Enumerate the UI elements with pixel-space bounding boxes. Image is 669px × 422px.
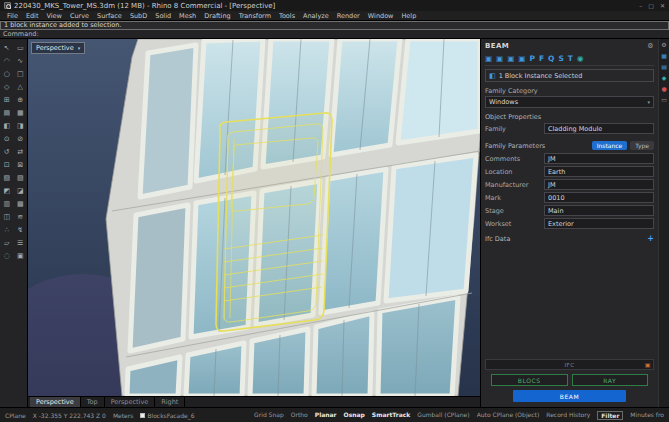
menu-item-analyze[interactable]: Analyze (299, 11, 333, 21)
add-ifc-button[interactable]: + (647, 235, 654, 243)
view-tab-perspective-0[interactable]: Perspective (30, 397, 81, 407)
panel-gray-icon[interactable]: ▭ (661, 97, 667, 103)
panel-blue-icon[interactable]: ▦ (661, 53, 667, 59)
status-toggle-filter[interactable]: Filter (597, 411, 623, 420)
family-category-select[interactable]: Windows ▾ (485, 96, 654, 108)
panel-red-icon[interactable]: ● (661, 86, 666, 92)
toolbar-icon-1[interactable]: ↖ (0, 41, 14, 54)
gear-icon[interactable]: ⚙ (647, 42, 654, 50)
folder-icon[interactable]: ▣ (518, 54, 525, 63)
command-prompt[interactable]: Command: (0, 30, 669, 39)
menu-item-subd[interactable]: SubD (126, 11, 151, 21)
menu-item-help[interactable]: Help (397, 11, 420, 21)
ray-button[interactable]: RAY (572, 374, 649, 386)
param-input-mark[interactable]: 0010 (544, 192, 654, 203)
toolbar-icon-20[interactable]: ⊠ (14, 158, 28, 171)
toolbar-icon-29[interactable]: ∴ (0, 223, 14, 236)
circle-icon[interactable]: ◉ (577, 54, 584, 63)
menu-item-edit[interactable]: Edit (22, 11, 43, 21)
toolbar-icon-7[interactable]: ◇ (0, 80, 14, 93)
param-input-manufacturer[interactable]: JM (544, 179, 654, 190)
toolbar-icon-14[interactable]: ◨ (14, 119, 28, 132)
toolbar-icon-6[interactable]: □ (14, 67, 28, 80)
toolbar-icon-11[interactable]: ▤ (0, 106, 14, 119)
units-label[interactable]: Meters (113, 412, 134, 419)
status-toggle-auto-cplane-object[interactable]: Auto CPlane (Object) (477, 411, 540, 420)
view-tab-perspective-2[interactable]: Perspective (105, 397, 156, 407)
toolbar-icon-17[interactable]: ↺ (0, 145, 14, 158)
panel-layers-icon[interactable]: ▤ (661, 64, 667, 70)
view-tab-top-1[interactable]: Top (81, 397, 105, 407)
tab-f-icon[interactable]: F (539, 54, 544, 63)
minimize-icon[interactable]: – (639, 0, 642, 11)
family-input[interactable]: Cladding Module (544, 123, 654, 134)
menu-item-surface[interactable]: Surface (93, 11, 126, 21)
tab-p-icon[interactable]: P (529, 54, 535, 63)
folder-icon[interactable]: ▣ (496, 54, 503, 63)
menu-item-tools[interactable]: Tools (275, 11, 299, 21)
panel-teal-icon[interactable]: ◆ (662, 75, 667, 81)
beam-button[interactable]: BEAM (513, 390, 626, 402)
toolbar-icon-24[interactable]: ◪ (14, 184, 28, 197)
toolbar-icon-5[interactable]: ○ (0, 67, 14, 80)
toolbar-icon-19[interactable]: ⊡ (0, 158, 14, 171)
param-input-workset[interactable]: Exterior (544, 218, 654, 229)
status-toggle-smarttrack[interactable]: SmartTrack (372, 411, 410, 420)
menu-item-drafting[interactable]: Drafting (200, 11, 234, 21)
ifc-bar-button[interactable]: IFC ▣ (485, 359, 654, 370)
toolbar-icon-30[interactable]: ↯ (14, 223, 28, 236)
param-input-location[interactable]: Earth (544, 166, 654, 177)
status-toggle-gumball-cplane[interactable]: Gumball (CPlane) (417, 411, 469, 420)
status-toggle-record-history[interactable]: Record History (546, 411, 590, 420)
toolbar-icon-10[interactable]: ⊕ (14, 93, 28, 106)
toolbar-icon-32[interactable]: ☰ (14, 236, 28, 249)
toolbar-icon-9[interactable]: ⊞ (0, 93, 14, 106)
status-toggle-grid-snap[interactable]: Grid Snap (254, 411, 284, 420)
viewport-3d-scene[interactable] (28, 39, 480, 396)
menu-item-transform[interactable]: Transform (235, 11, 275, 21)
blocs-button[interactable]: BLOCS (491, 374, 568, 386)
toolbar-icon-25[interactable]: ▥ (0, 197, 14, 210)
menu-item-mesh[interactable]: Mesh (175, 11, 200, 21)
tab-t-icon[interactable]: T (568, 54, 573, 63)
tab-q-icon[interactable]: Q (548, 54, 554, 63)
close-icon[interactable]: ✕ (660, 0, 665, 11)
maximize-icon[interactable]: ▢ (648, 0, 654, 11)
param-input-comments[interactable]: JM (544, 153, 654, 164)
folder-icon[interactable]: ▣ (485, 54, 492, 63)
toolbar-icon-12[interactable]: ▦ (14, 106, 28, 119)
toolbar-icon-33[interactable]: ◌ (0, 249, 14, 262)
menu-item-curve[interactable]: Curve (66, 11, 93, 21)
instance-button[interactable]: Instance (592, 141, 628, 150)
status-toggle-planar[interactable]: Planar (315, 411, 337, 420)
status-toggle-ortho[interactable]: Ortho (291, 411, 308, 420)
toolbar-icon-28[interactable]: ≋ (14, 210, 28, 223)
toolbar-icon-21[interactable]: ▧ (0, 171, 14, 184)
menu-item-view[interactable]: View (42, 11, 65, 21)
command-history-line[interactable]: 1 block instance added to selection. (0, 21, 669, 30)
menu-item-render[interactable]: Render (333, 11, 364, 21)
menu-item-window[interactable]: Window (364, 11, 398, 21)
toolbar-icon-13[interactable]: ◧ (0, 119, 14, 132)
toolbar-icon-16[interactable]: ⊘ (14, 132, 28, 145)
viewport-3d[interactable]: Perspective ▾ (28, 39, 480, 396)
selected-block-outline[interactable] (216, 113, 332, 331)
chevron-down-icon[interactable]: ▾ (78, 45, 81, 51)
gear-icon[interactable]: ⚙ (661, 42, 666, 48)
toolbar-icon-4[interactable]: ∿ (14, 54, 28, 67)
toolbar-icon-15[interactable]: ⊙ (0, 132, 14, 145)
toolbar-icon-3[interactable]: ◠ (0, 54, 14, 67)
viewport-title-label[interactable]: Perspective ▾ (31, 42, 85, 54)
status-toggle-osnap[interactable]: Osnap (344, 411, 365, 420)
toolbar-icon-8[interactable]: △ (14, 80, 28, 93)
menu-item-file[interactable]: File (3, 11, 22, 21)
current-layer[interactable]: BlocksFacade_6 (140, 412, 194, 419)
toolbar-icon-26[interactable]: ▩ (14, 197, 28, 210)
menu-item-solid[interactable]: Solid (151, 11, 175, 21)
type-button[interactable]: Type (630, 141, 654, 150)
tab-s-icon[interactable]: S (558, 54, 563, 63)
toolbar-icon-23[interactable]: ◩ (0, 184, 14, 197)
toolbar-icon-31[interactable]: ▱ (0, 236, 14, 249)
toolbar-icon-22[interactable]: ▨ (14, 171, 28, 184)
folder-icon[interactable]: ▣ (507, 54, 514, 63)
